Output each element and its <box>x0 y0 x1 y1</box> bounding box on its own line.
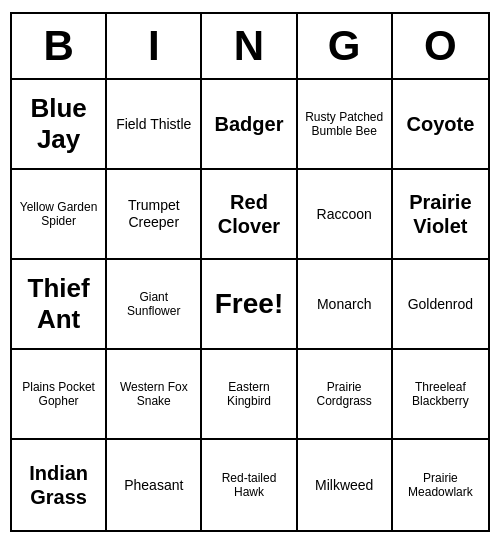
cell-text: Free! <box>215 287 283 321</box>
cell-text: Indian Grass <box>16 461 101 509</box>
header-letter: I <box>107 14 202 78</box>
bingo-cell: Rusty Patched Bumble Bee <box>298 80 393 170</box>
bingo-cell: Pheasant <box>107 440 202 530</box>
bingo-cell: Monarch <box>298 260 393 350</box>
bingo-cell: Prairie Violet <box>393 170 488 260</box>
cell-text: Red-tailed Hawk <box>206 471 291 500</box>
bingo-cell: Red-tailed Hawk <box>202 440 297 530</box>
cell-text: Raccoon <box>317 206 372 223</box>
bingo-cell: Threeleaf Blackberry <box>393 350 488 440</box>
bingo-cell: Field Thistle <box>107 80 202 170</box>
cell-text: Rusty Patched Bumble Bee <box>302 110 387 139</box>
header-letter: G <box>298 14 393 78</box>
cell-text: Thief Ant <box>16 273 101 335</box>
bingo-cell: Coyote <box>393 80 488 170</box>
header-letter: O <box>393 14 488 78</box>
cell-text: Pheasant <box>124 477 183 494</box>
bingo-grid: Blue JayField ThistleBadgerRusty Patched… <box>12 80 488 530</box>
bingo-header: BINGO <box>12 14 488 80</box>
cell-text: Western Fox Snake <box>111 380 196 409</box>
cell-text: Milkweed <box>315 477 373 494</box>
cell-text: Field Thistle <box>116 116 191 133</box>
cell-text: Giant Sunflower <box>111 290 196 319</box>
header-letter: B <box>12 14 107 78</box>
bingo-cell: Giant Sunflower <box>107 260 202 350</box>
bingo-cell: Western Fox Snake <box>107 350 202 440</box>
bingo-cell: Blue Jay <box>12 80 107 170</box>
cell-text: Red Clover <box>206 190 291 238</box>
bingo-cell: Thief Ant <box>12 260 107 350</box>
cell-text: Goldenrod <box>408 296 473 313</box>
cell-text: Prairie Violet <box>397 190 484 238</box>
bingo-cell: Eastern Kingbird <box>202 350 297 440</box>
bingo-cell: Trumpet Creeper <box>107 170 202 260</box>
cell-text: Yellow Garden Spider <box>16 200 101 229</box>
cell-text: Coyote <box>406 112 474 136</box>
header-letter: N <box>202 14 297 78</box>
bingo-cell: Red Clover <box>202 170 297 260</box>
cell-text: Blue Jay <box>16 93 101 155</box>
cell-text: Badger <box>215 112 284 136</box>
cell-text: Prairie Cordgrass <box>302 380 387 409</box>
bingo-cell: Plains Pocket Gopher <box>12 350 107 440</box>
bingo-cell: Raccoon <box>298 170 393 260</box>
cell-text: Threeleaf Blackberry <box>397 380 484 409</box>
cell-text: Prairie Meadowlark <box>397 471 484 500</box>
bingo-cell: Prairie Cordgrass <box>298 350 393 440</box>
cell-text: Monarch <box>317 296 371 313</box>
bingo-cell: Indian Grass <box>12 440 107 530</box>
cell-text: Eastern Kingbird <box>206 380 291 409</box>
bingo-cell: Yellow Garden Spider <box>12 170 107 260</box>
bingo-cell: Prairie Meadowlark <box>393 440 488 530</box>
bingo-cell: Goldenrod <box>393 260 488 350</box>
bingo-card: BINGO Blue JayField ThistleBadgerRusty P… <box>10 12 490 532</box>
cell-text: Plains Pocket Gopher <box>16 380 101 409</box>
cell-text: Trumpet Creeper <box>111 197 196 231</box>
bingo-cell: Milkweed <box>298 440 393 530</box>
bingo-cell: Badger <box>202 80 297 170</box>
bingo-cell: Free! <box>202 260 297 350</box>
